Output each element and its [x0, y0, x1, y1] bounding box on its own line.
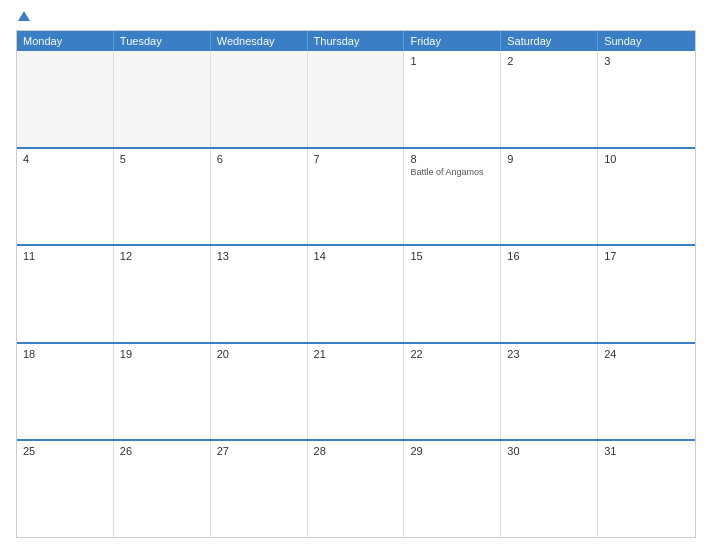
- day-header-wednesday: Wednesday: [211, 31, 308, 51]
- day-cell: 8Battle of Angamos: [404, 149, 501, 245]
- day-cell: 22: [404, 344, 501, 440]
- week-row-1: 123: [17, 51, 695, 147]
- day-header-tuesday: Tuesday: [114, 31, 211, 51]
- day-cell: 1: [404, 51, 501, 147]
- day-cell: 27: [211, 441, 308, 537]
- day-cell: 2: [501, 51, 598, 147]
- day-cell: 3: [598, 51, 695, 147]
- day-number: 3: [604, 55, 689, 67]
- day-cell: [308, 51, 405, 147]
- page: MondayTuesdayWednesdayThursdayFridaySatu…: [0, 0, 712, 550]
- day-number: 5: [120, 153, 204, 165]
- logo-triangle-icon: [18, 11, 30, 21]
- day-cell: 11: [17, 246, 114, 342]
- day-number: 8: [410, 153, 494, 165]
- day-cell: 14: [308, 246, 405, 342]
- day-number: 29: [410, 445, 494, 457]
- day-cell: 16: [501, 246, 598, 342]
- day-cell: 19: [114, 344, 211, 440]
- day-header-sunday: Sunday: [598, 31, 695, 51]
- day-number: 21: [314, 348, 398, 360]
- day-header-monday: Monday: [17, 31, 114, 51]
- day-number: 24: [604, 348, 689, 360]
- header: [16, 12, 696, 22]
- day-number: 28: [314, 445, 398, 457]
- week-row-5: 25262728293031: [17, 439, 695, 537]
- day-number: 30: [507, 445, 591, 457]
- day-number: 14: [314, 250, 398, 262]
- day-number: 11: [23, 250, 107, 262]
- day-cell: 12: [114, 246, 211, 342]
- day-header-saturday: Saturday: [501, 31, 598, 51]
- day-number: 31: [604, 445, 689, 457]
- day-number: 6: [217, 153, 301, 165]
- day-cell: 24: [598, 344, 695, 440]
- day-number: 9: [507, 153, 591, 165]
- day-cell: [114, 51, 211, 147]
- day-number: 26: [120, 445, 204, 457]
- day-event: Battle of Angamos: [410, 167, 494, 179]
- calendar: MondayTuesdayWednesdayThursdayFridaySatu…: [16, 30, 696, 538]
- day-number: 12: [120, 250, 204, 262]
- day-cell: 9: [501, 149, 598, 245]
- day-header-thursday: Thursday: [308, 31, 405, 51]
- day-headers-row: MondayTuesdayWednesdayThursdayFridaySatu…: [17, 31, 695, 51]
- day-number: 7: [314, 153, 398, 165]
- day-number: 23: [507, 348, 591, 360]
- day-cell: 29: [404, 441, 501, 537]
- day-cell: 25: [17, 441, 114, 537]
- day-number: 2: [507, 55, 591, 67]
- day-number: 1: [410, 55, 494, 67]
- day-header-friday: Friday: [404, 31, 501, 51]
- day-cell: [17, 51, 114, 147]
- day-number: 17: [604, 250, 689, 262]
- day-cell: 10: [598, 149, 695, 245]
- day-cell: 18: [17, 344, 114, 440]
- day-cell: 28: [308, 441, 405, 537]
- week-row-3: 11121314151617: [17, 244, 695, 342]
- day-number: 20: [217, 348, 301, 360]
- week-row-2: 45678Battle of Angamos910: [17, 147, 695, 245]
- day-cell: 23: [501, 344, 598, 440]
- day-cell: 30: [501, 441, 598, 537]
- logo: [16, 12, 30, 22]
- day-cell: 5: [114, 149, 211, 245]
- day-cell: 17: [598, 246, 695, 342]
- day-cell: 6: [211, 149, 308, 245]
- day-cell: 31: [598, 441, 695, 537]
- day-cell: [211, 51, 308, 147]
- day-number: 27: [217, 445, 301, 457]
- day-cell: 13: [211, 246, 308, 342]
- day-number: 25: [23, 445, 107, 457]
- day-number: 15: [410, 250, 494, 262]
- day-number: 13: [217, 250, 301, 262]
- day-cell: 20: [211, 344, 308, 440]
- day-cell: 4: [17, 149, 114, 245]
- day-number: 16: [507, 250, 591, 262]
- day-cell: 15: [404, 246, 501, 342]
- week-row-4: 18192021222324: [17, 342, 695, 440]
- day-cell: 21: [308, 344, 405, 440]
- day-number: 19: [120, 348, 204, 360]
- day-number: 18: [23, 348, 107, 360]
- day-number: 22: [410, 348, 494, 360]
- day-cell: 7: [308, 149, 405, 245]
- weeks-container: 12345678Battle of Angamos910111213141516…: [17, 51, 695, 537]
- day-cell: 26: [114, 441, 211, 537]
- day-number: 10: [604, 153, 689, 165]
- day-number: 4: [23, 153, 107, 165]
